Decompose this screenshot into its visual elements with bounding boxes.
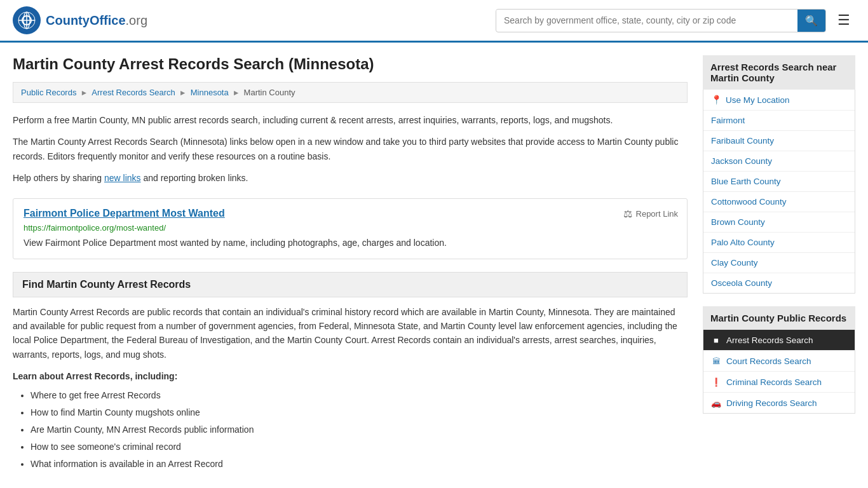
sidebar: Arrest Records Search near Martin County…	[703, 55, 855, 475]
logo-area: CountyOffice.org	[13, 6, 147, 34]
sidebar-item-palo-alto[interactable]: Palo Alto County	[703, 233, 855, 253]
logo-icon	[13, 6, 41, 34]
breadcrumb-current: Martin County	[244, 88, 295, 97]
sidebar-item-criminal-records[interactable]: ❗ Criminal Records Search	[703, 372, 855, 393]
find-section-header: Find Martin County Arrest Records	[13, 272, 688, 297]
sidebar-item-faribault[interactable]: Faribault County	[703, 131, 855, 151]
breadcrumb-sep-3: ►	[233, 88, 240, 97]
sidebar-item-fairmont[interactable]: Fairmont	[703, 111, 855, 131]
record-card-title[interactable]: Fairmont Police Department Most Wanted	[24, 208, 677, 219]
description-p3: Help others by sharing new links and rep…	[13, 171, 688, 185]
logo-text: CountyOffice.org	[46, 13, 147, 28]
main-content: Martin County Arrest Records Search (Min…	[13, 55, 688, 475]
breadcrumb-minnesota[interactable]: Minnesota	[191, 88, 229, 97]
list-item: What information is available in an Arre…	[31, 458, 688, 471]
find-section-body: Martin County Arrest Records are public …	[13, 305, 688, 471]
breadcrumb-sep-2: ►	[179, 88, 187, 97]
sidebar-nearby-list: 📍 Use My Location Fairmont Faribault Cou…	[703, 90, 855, 294]
record-card-url: https://fairmontpolice.org/most-wanted/	[24, 223, 677, 233]
sidebar-item-cottonwood[interactable]: Cottonwood County	[703, 192, 855, 212]
sidebar-public-records-list: ■ Arrest Records Search 🏛 Court Records …	[703, 330, 855, 414]
sidebar-public-records-section: Martin County Public Records ■ Arrest Re…	[703, 306, 855, 414]
new-links-link[interactable]: new links	[104, 173, 141, 183]
sidebar-item-arrest-records[interactable]: ■ Arrest Records Search	[703, 330, 855, 351]
sidebar-nearby-title: Arrest Records Search near Martin County	[703, 55, 855, 90]
sidebar-item-brown[interactable]: Brown County	[703, 212, 855, 233]
sidebar-public-records-title: Martin County Public Records	[703, 306, 855, 330]
sidebar-item-osceola[interactable]: Osceola County	[703, 273, 855, 293]
search-button[interactable]: 🔍	[797, 10, 825, 32]
breadcrumb: Public Records ► Arrest Records Search ►…	[13, 82, 688, 103]
sidebar-item-clay[interactable]: Clay County	[703, 253, 855, 273]
pin-icon: 📍	[711, 95, 722, 105]
sidebar-item-court-records[interactable]: 🏛 Court Records Search	[703, 351, 855, 372]
breadcrumb-public-records[interactable]: Public Records	[21, 88, 76, 97]
list-item: How to find Martin County mugshots onlin…	[31, 406, 688, 419]
menu-button[interactable]: ☰	[832, 10, 855, 31]
description-area: Perform a free Martin County, MN public …	[13, 113, 688, 186]
sidebar-item-use-location[interactable]: 📍 Use My Location	[703, 90, 855, 111]
driving-records-icon: 🚗	[711, 398, 721, 408]
report-link-button[interactable]: ⚖ Report Link	[623, 208, 678, 220]
sidebar-item-blue-earth[interactable]: Blue Earth County	[703, 172, 855, 192]
record-card-description: View Fairmont Police Department most wan…	[24, 236, 677, 250]
record-card: ⚖ Report Link Fairmont Police Department…	[13, 198, 688, 259]
header-right: 🔍 ☰	[496, 9, 855, 32]
search-bar: 🔍	[496, 9, 826, 32]
page-title: Martin County Arrest Records Search (Min…	[13, 55, 688, 73]
court-records-icon: 🏛	[711, 356, 721, 366]
criminal-records-icon: ❗	[711, 377, 721, 387]
breadcrumb-arrest-records[interactable]: Arrest Records Search	[92, 88, 175, 97]
breadcrumb-sep-1: ►	[80, 88, 88, 97]
description-p2: The Martin County Arrest Records Search …	[13, 135, 688, 163]
main-container: Martin County Arrest Records Search (Min…	[0, 43, 868, 487]
learn-title: Learn about Arrest Records, including:	[13, 369, 688, 383]
learn-list: Where to get free Arrest Records How to …	[13, 389, 688, 471]
site-header: CountyOffice.org 🔍 ☰	[0, 0, 868, 43]
find-section: Find Martin County Arrest Records Martin…	[13, 272, 688, 471]
report-icon: ⚖	[623, 208, 632, 220]
arrest-records-icon: ■	[711, 335, 721, 345]
description-p1: Perform a free Martin County, MN public …	[13, 113, 688, 127]
search-input[interactable]	[496, 10, 797, 30]
list-item: Where to get free Arrest Records	[31, 389, 688, 402]
sidebar-item-driving-records[interactable]: 🚗 Driving Records Search	[703, 393, 855, 413]
list-item: How to see someone's criminal record	[31, 440, 688, 454]
list-item: Are Martin County, MN Arrest Records pub…	[31, 423, 688, 437]
sidebar-item-jackson[interactable]: Jackson County	[703, 151, 855, 172]
sidebar-nearby-section: Arrest Records Search near Martin County…	[703, 55, 855, 294]
find-section-text: Martin County Arrest Records are public …	[13, 305, 688, 362]
